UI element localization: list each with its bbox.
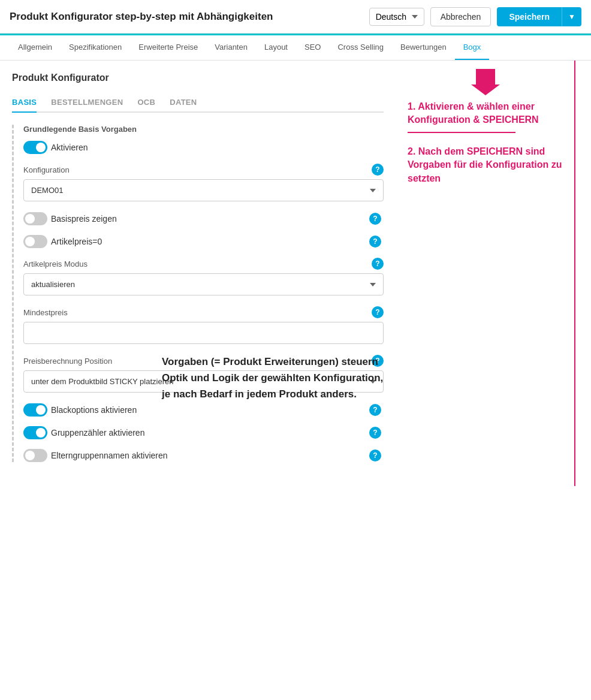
header: Produkt Konfigurator step-by-step mit Ab…	[0, 0, 591, 34]
sub-tab-bestellmengen[interactable]: BESTELLMENGEN	[51, 93, 123, 113]
blackoptions-slider	[23, 403, 47, 417]
artikelpreis-slider	[23, 235, 47, 248]
blackoptions-toggle[interactable]	[23, 403, 47, 417]
basispreis-slider	[23, 212, 47, 225]
basispreis-field: Basispreis zeigen	[23, 212, 117, 225]
preisberechnung-wrap: unter dem Produktbild STICKY platzieren	[23, 370, 384, 393]
aktivieren-label: Aktivieren	[51, 143, 88, 152]
artikelpreis-modus-select[interactable]: aktualisieren	[23, 273, 384, 295]
preisberechnung-help-icon[interactable]: ?	[372, 355, 384, 367]
annotation-panel: 1. Aktivieren & wählen einer Konfigurati…	[396, 61, 575, 486]
aktivieren-field: Aktivieren	[23, 141, 88, 154]
artikelpreis-modus-help-icon[interactable]: ?	[372, 258, 384, 270]
gruppenzaehler-toggle[interactable]	[23, 426, 47, 439]
elterngruppen-slider	[23, 449, 47, 462]
artikelpreis-field: Artikelpreis=0	[23, 235, 102, 248]
gruppenzaehler-help-icon[interactable]: ?	[369, 427, 381, 439]
artikelpreis-label: Artikelpreis=0	[51, 237, 102, 246]
konfiguration-block: Konfiguration ? DEMO01	[23, 164, 384, 201]
mindestpreis-label: Mindestpreis	[23, 308, 68, 317]
gruppenzaehler-slider	[23, 426, 47, 439]
save-button[interactable]: Speichern	[497, 7, 562, 26]
grundlegende-title: Grundlegende Basis Vorgaben	[23, 125, 384, 134]
content-area: Produkt Konfigurator BASIS BESTELLMENGEN…	[0, 61, 396, 486]
mindestpreis-input[interactable]: 0	[23, 322, 384, 344]
annotation-text-2: 2. Nach dem SPEICHERN sind Vorgaben für …	[408, 145, 563, 185]
elterngruppen-label: Elterngruppennamen aktivieren	[51, 451, 168, 460]
cancel-button[interactable]: Abbrechen	[430, 7, 492, 26]
gruppenzaehler-row: Gruppenzähler aktivieren ?	[23, 426, 384, 439]
save-dropdown-button[interactable]: ▼	[562, 7, 581, 26]
tab-cross-selling[interactable]: Cross Selling	[329, 35, 392, 60]
elterngruppen-help-icon[interactable]: ?	[369, 449, 381, 461]
main-content: Produkt Konfigurator BASIS BESTELLMENGEN…	[0, 61, 591, 486]
section-title: Produkt Konfigurator	[12, 73, 384, 83]
artikelpreis-modus-block: Artikelpreis Modus ? aktualisieren	[23, 258, 384, 295]
blackoptions-field: Blackoptions aktivieren	[23, 403, 137, 417]
konfiguration-help-icon[interactable]: ?	[372, 164, 384, 176]
elterngruppen-row: Elterngruppennamen aktivieren ?	[23, 449, 384, 462]
elterngruppen-field: Elterngruppennamen aktivieren	[23, 449, 168, 462]
gruppenzaehler-label: Gruppenzähler aktivieren	[51, 428, 144, 437]
tab-varianten[interactable]: Varianten	[206, 35, 256, 60]
artikelpreis-row: Artikelpreis=0 ?	[23, 235, 384, 248]
tab-seo[interactable]: SEO	[296, 35, 329, 60]
mindestpreis-label-row: Mindestpreis ?	[23, 306, 384, 318]
nav-tabs: Allgemein Spezifikationen Erweiterte Pre…	[0, 35, 591, 61]
blackoptions-help-icon[interactable]: ?	[369, 404, 381, 416]
konfiguration-dropdown-wrap: DEMO01	[23, 179, 384, 201]
sub-tabs: BASIS BESTELLMENGEN OCB DATEN	[12, 93, 384, 113]
konfiguration-select[interactable]: DEMO01	[23, 179, 384, 201]
tab-bewertungen[interactable]: Bewertungen	[392, 35, 455, 60]
preisberechnung-label-row: Preisberechnung Position ?	[23, 355, 384, 367]
basispreis-toggle[interactable]	[23, 212, 47, 225]
elterngruppen-toggle[interactable]	[23, 449, 47, 462]
tab-allgemein[interactable]: Allgemein	[10, 35, 61, 60]
konfiguration-label-row: Konfiguration ?	[23, 164, 384, 176]
artikelpreis-modus-label-row: Artikelpreis Modus ?	[23, 258, 384, 270]
aktivieren-toggle[interactable]	[23, 141, 47, 154]
konfiguration-label: Konfiguration	[23, 165, 70, 174]
tab-erweiterte-preise[interactable]: Erweiterte Preise	[130, 35, 206, 60]
save-button-group: Speichern ▼	[497, 7, 581, 26]
blackoptions-label: Blackoptions aktivieren	[51, 405, 137, 415]
aktivieren-slider	[23, 141, 47, 154]
tab-layout[interactable]: Layout	[256, 35, 296, 60]
blackoptions-row: Blackoptions aktivieren ?	[23, 403, 384, 417]
mindestpreis-help-icon[interactable]: ?	[372, 306, 384, 318]
sub-tab-basis[interactable]: BASIS	[12, 93, 37, 113]
basispreis-help-icon[interactable]: ?	[369, 213, 381, 225]
svg-marker-0	[471, 69, 500, 95]
grundlegende-section: Grundlegende Basis Vorgaben Aktivieren K…	[12, 125, 384, 462]
header-actions: Deutsch Abbrechen Speichern ▼	[369, 7, 581, 26]
artikelpreis-toggle[interactable]	[23, 235, 47, 248]
annotation-line-1	[408, 132, 515, 133]
tab-spezifikationen[interactable]: Spezifikationen	[61, 35, 130, 60]
annotation-vertical-line	[574, 61, 575, 486]
artikelpreis-modus-wrap: aktualisieren	[23, 273, 384, 295]
arrow-down-icon	[408, 67, 563, 95]
preisberechnung-block: Preisberechnung Position ? unter dem Pro…	[23, 355, 384, 393]
gruppenzaehler-field: Gruppenzähler aktivieren	[23, 426, 144, 439]
sub-tab-ocb[interactable]: OCB	[137, 93, 155, 113]
annotation-text-1: 1. Aktivieren & wählen einer Konfigurati…	[408, 100, 563, 127]
preisberechnung-label: Preisberechnung Position	[23, 357, 112, 366]
sub-tab-daten[interactable]: DATEN	[170, 93, 197, 113]
aktivieren-row: Aktivieren	[23, 141, 384, 154]
basispreis-label: Basispreis zeigen	[51, 214, 117, 224]
mindestpreis-block: Mindestpreis ? 0	[23, 306, 384, 344]
tab-bogx[interactable]: Bogx	[455, 35, 490, 60]
artikelpreis-help-icon[interactable]: ?	[369, 236, 381, 248]
preisberechnung-select[interactable]: unter dem Produktbild STICKY platzieren	[23, 370, 384, 393]
language-select[interactable]: Deutsch	[369, 8, 424, 26]
basispreis-row: Basispreis zeigen ?	[23, 212, 384, 225]
artikelpreis-modus-label: Artikelpreis Modus	[23, 260, 88, 268]
page-title: Produkt Konfigurator step-by-step mit Ab…	[10, 11, 273, 23]
